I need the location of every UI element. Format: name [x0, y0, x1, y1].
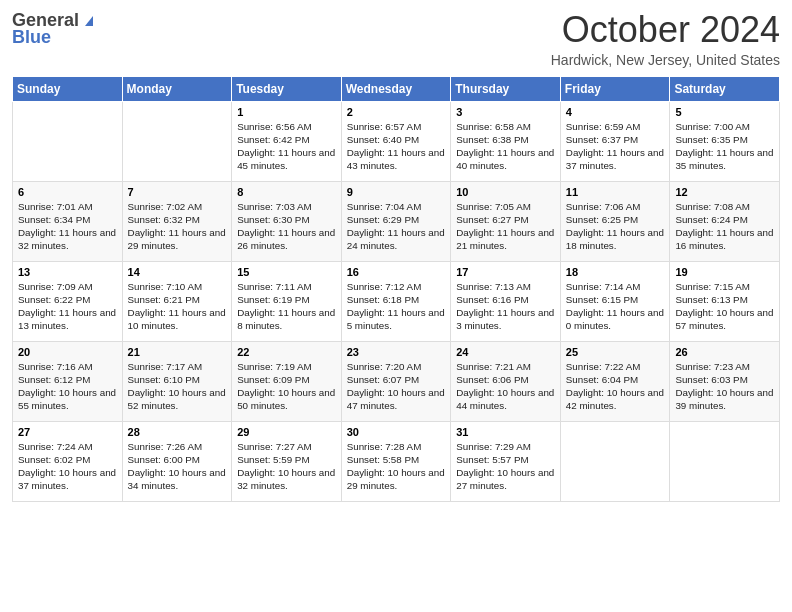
weekday-header-monday: Monday [122, 76, 232, 101]
day-number: 6 [18, 186, 117, 198]
calendar-cell: 8Sunrise: 7:03 AMSunset: 6:30 PMDaylight… [232, 181, 342, 261]
calendar-cell: 23Sunrise: 7:20 AMSunset: 6:07 PMDayligh… [341, 341, 451, 421]
day-info: Sunrise: 7:22 AMSunset: 6:04 PMDaylight:… [566, 361, 664, 412]
day-info: Sunrise: 7:06 AMSunset: 6:25 PMDaylight:… [566, 201, 664, 252]
day-number: 11 [566, 186, 665, 198]
weekday-header-wednesday: Wednesday [341, 76, 451, 101]
day-info: Sunrise: 7:08 AMSunset: 6:24 PMDaylight:… [675, 201, 773, 252]
calendar-cell: 25Sunrise: 7:22 AMSunset: 6:04 PMDayligh… [560, 341, 670, 421]
calendar-cell: 24Sunrise: 7:21 AMSunset: 6:06 PMDayligh… [451, 341, 561, 421]
day-info: Sunrise: 7:09 AMSunset: 6:22 PMDaylight:… [18, 281, 116, 332]
calendar-cell: 13Sunrise: 7:09 AMSunset: 6:22 PMDayligh… [13, 261, 123, 341]
day-number: 16 [347, 266, 446, 278]
calendar-cell: 2Sunrise: 6:57 AMSunset: 6:40 PMDaylight… [341, 101, 451, 181]
day-info: Sunrise: 7:01 AMSunset: 6:34 PMDaylight:… [18, 201, 116, 252]
day-info: Sunrise: 7:10 AMSunset: 6:21 PMDaylight:… [128, 281, 226, 332]
calendar-cell: 21Sunrise: 7:17 AMSunset: 6:10 PMDayligh… [122, 341, 232, 421]
weekday-header-thursday: Thursday [451, 76, 561, 101]
day-number: 25 [566, 346, 665, 358]
location: Hardwick, New Jersey, United States [551, 52, 780, 68]
calendar-cell: 15Sunrise: 7:11 AMSunset: 6:19 PMDayligh… [232, 261, 342, 341]
calendar-cell: 19Sunrise: 7:15 AMSunset: 6:13 PMDayligh… [670, 261, 780, 341]
calendar-cell: 7Sunrise: 7:02 AMSunset: 6:32 PMDaylight… [122, 181, 232, 261]
day-number: 18 [566, 266, 665, 278]
day-number: 29 [237, 426, 336, 438]
calendar-cell: 30Sunrise: 7:28 AMSunset: 5:58 PMDayligh… [341, 421, 451, 501]
weekday-header-row: SundayMondayTuesdayWednesdayThursdayFrid… [13, 76, 780, 101]
calendar-cell: 10Sunrise: 7:05 AMSunset: 6:27 PMDayligh… [451, 181, 561, 261]
day-info: Sunrise: 7:16 AMSunset: 6:12 PMDaylight:… [18, 361, 116, 412]
day-info: Sunrise: 7:28 AMSunset: 5:58 PMDaylight:… [347, 441, 445, 492]
day-number: 14 [128, 266, 227, 278]
day-info: Sunrise: 7:19 AMSunset: 6:09 PMDaylight:… [237, 361, 335, 412]
calendar-cell: 22Sunrise: 7:19 AMSunset: 6:09 PMDayligh… [232, 341, 342, 421]
day-number: 23 [347, 346, 446, 358]
weekday-header-sunday: Sunday [13, 76, 123, 101]
day-info: Sunrise: 7:14 AMSunset: 6:15 PMDaylight:… [566, 281, 664, 332]
logo-blue-text: Blue [12, 27, 51, 48]
day-info: Sunrise: 7:11 AMSunset: 6:19 PMDaylight:… [237, 281, 335, 332]
weekday-header-tuesday: Tuesday [232, 76, 342, 101]
day-info: Sunrise: 7:20 AMSunset: 6:07 PMDaylight:… [347, 361, 445, 412]
calendar-cell [560, 421, 670, 501]
calendar-cell: 11Sunrise: 7:06 AMSunset: 6:25 PMDayligh… [560, 181, 670, 261]
day-info: Sunrise: 7:26 AMSunset: 6:00 PMDaylight:… [128, 441, 226, 492]
day-number: 26 [675, 346, 774, 358]
day-info: Sunrise: 7:15 AMSunset: 6:13 PMDaylight:… [675, 281, 773, 332]
day-number: 24 [456, 346, 555, 358]
day-number: 4 [566, 106, 665, 118]
title-area: October 2024 Hardwick, New Jersey, Unite… [551, 10, 780, 68]
calendar-cell [670, 421, 780, 501]
day-number: 12 [675, 186, 774, 198]
svg-marker-0 [85, 16, 93, 26]
day-info: Sunrise: 7:05 AMSunset: 6:27 PMDaylight:… [456, 201, 554, 252]
day-info: Sunrise: 7:13 AMSunset: 6:16 PMDaylight:… [456, 281, 554, 332]
calendar-cell: 16Sunrise: 7:12 AMSunset: 6:18 PMDayligh… [341, 261, 451, 341]
day-info: Sunrise: 6:59 AMSunset: 6:37 PMDaylight:… [566, 121, 664, 172]
header: General Blue October 2024 Hardwick, New … [12, 10, 780, 68]
calendar-cell: 31Sunrise: 7:29 AMSunset: 5:57 PMDayligh… [451, 421, 561, 501]
day-info: Sunrise: 7:17 AMSunset: 6:10 PMDaylight:… [128, 361, 226, 412]
day-info: Sunrise: 7:29 AMSunset: 5:57 PMDaylight:… [456, 441, 554, 492]
day-number: 9 [347, 186, 446, 198]
day-number: 5 [675, 106, 774, 118]
weekday-header-saturday: Saturday [670, 76, 780, 101]
calendar-cell: 26Sunrise: 7:23 AMSunset: 6:03 PMDayligh… [670, 341, 780, 421]
calendar-cell: 20Sunrise: 7:16 AMSunset: 6:12 PMDayligh… [13, 341, 123, 421]
calendar-cell: 4Sunrise: 6:59 AMSunset: 6:37 PMDaylight… [560, 101, 670, 181]
day-info: Sunrise: 7:00 AMSunset: 6:35 PMDaylight:… [675, 121, 773, 172]
calendar-cell: 1Sunrise: 6:56 AMSunset: 6:42 PMDaylight… [232, 101, 342, 181]
day-number: 20 [18, 346, 117, 358]
calendar-cell: 18Sunrise: 7:14 AMSunset: 6:15 PMDayligh… [560, 261, 670, 341]
calendar-week-1: 1Sunrise: 6:56 AMSunset: 6:42 PMDaylight… [13, 101, 780, 181]
calendar-cell: 27Sunrise: 7:24 AMSunset: 6:02 PMDayligh… [13, 421, 123, 501]
calendar-cell [122, 101, 232, 181]
day-number: 22 [237, 346, 336, 358]
calendar-week-3: 13Sunrise: 7:09 AMSunset: 6:22 PMDayligh… [13, 261, 780, 341]
day-info: Sunrise: 7:27 AMSunset: 5:59 PMDaylight:… [237, 441, 335, 492]
weekday-header-friday: Friday [560, 76, 670, 101]
calendar-cell: 17Sunrise: 7:13 AMSunset: 6:16 PMDayligh… [451, 261, 561, 341]
day-info: Sunrise: 7:04 AMSunset: 6:29 PMDaylight:… [347, 201, 445, 252]
logo: General Blue [12, 10, 97, 48]
day-info: Sunrise: 6:58 AMSunset: 6:38 PMDaylight:… [456, 121, 554, 172]
day-info: Sunrise: 7:21 AMSunset: 6:06 PMDaylight:… [456, 361, 554, 412]
day-number: 3 [456, 106, 555, 118]
day-number: 28 [128, 426, 227, 438]
day-number: 30 [347, 426, 446, 438]
logo-triangle-icon [81, 12, 97, 28]
calendar-cell: 3Sunrise: 6:58 AMSunset: 6:38 PMDaylight… [451, 101, 561, 181]
calendar-week-2: 6Sunrise: 7:01 AMSunset: 6:34 PMDaylight… [13, 181, 780, 261]
day-number: 2 [347, 106, 446, 118]
day-number: 8 [237, 186, 336, 198]
day-number: 19 [675, 266, 774, 278]
day-info: Sunrise: 6:56 AMSunset: 6:42 PMDaylight:… [237, 121, 335, 172]
day-info: Sunrise: 7:12 AMSunset: 6:18 PMDaylight:… [347, 281, 445, 332]
day-info: Sunrise: 7:23 AMSunset: 6:03 PMDaylight:… [675, 361, 773, 412]
day-info: Sunrise: 6:57 AMSunset: 6:40 PMDaylight:… [347, 121, 445, 172]
month-title: October 2024 [551, 10, 780, 50]
day-number: 1 [237, 106, 336, 118]
calendar-cell: 6Sunrise: 7:01 AMSunset: 6:34 PMDaylight… [13, 181, 123, 261]
day-number: 27 [18, 426, 117, 438]
day-number: 10 [456, 186, 555, 198]
